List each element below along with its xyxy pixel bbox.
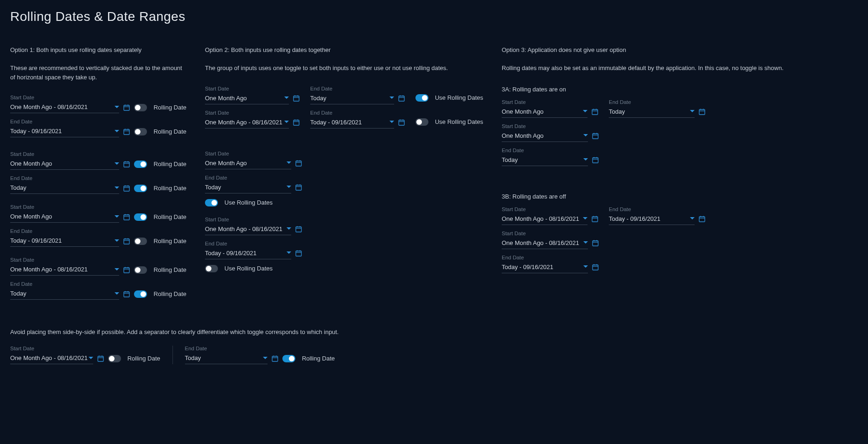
svg-rect-76 <box>593 158 598 163</box>
start-date-select[interactable]: One Month Ago - 08/16/2021 <box>205 117 289 129</box>
svg-rect-40 <box>294 120 299 125</box>
end-date-select[interactable]: Today - 09/16/2021 <box>10 126 119 137</box>
calendar-icon[interactable] <box>592 132 599 140</box>
rolling-date-toggle[interactable] <box>134 104 147 111</box>
calendar-icon[interactable] <box>592 156 599 164</box>
start-date-select[interactable]: One Month Ago <box>10 211 119 223</box>
end-date-value: Today <box>185 354 201 361</box>
start-date-value: One Month Ago - 08/16/2021 <box>10 266 88 273</box>
calendar-icon[interactable] <box>698 215 706 223</box>
calendar-icon[interactable] <box>97 355 104 362</box>
calendar-icon[interactable] <box>123 238 130 245</box>
chevron-down-icon <box>583 157 588 162</box>
end-date-label: End Date <box>10 119 186 124</box>
svg-rect-96 <box>98 356 103 361</box>
calendar-icon[interactable] <box>123 290 130 298</box>
chevron-down-icon <box>115 238 119 243</box>
calendar-icon[interactable] <box>398 119 405 126</box>
svg-rect-36 <box>399 96 404 101</box>
end-date-select[interactable]: Today - 09/16/2021 <box>609 213 695 225</box>
chevron-down-icon <box>287 226 291 231</box>
svg-rect-16 <box>124 215 129 220</box>
start-date-label: Start Date <box>10 346 160 351</box>
rolling-date-toggle[interactable] <box>134 128 147 135</box>
end-date-select[interactable]: Today - 09/16/2021 <box>10 235 119 247</box>
rolling-date-toggle[interactable] <box>134 266 147 274</box>
end-date-select[interactable]: Today <box>185 353 268 364</box>
end-date-select[interactable]: Today - 09/16/2021 <box>502 262 588 273</box>
start-date-select[interactable]: One Month Ago - 08/16/2021 <box>10 353 93 364</box>
start-date-label: Start Date <box>502 123 599 129</box>
calendar-icon[interactable] <box>592 264 599 271</box>
start-date-select[interactable]: One Month Ago <box>205 158 291 169</box>
start-date-select[interactable]: One Month Ago - 08/16/2021 <box>502 238 588 249</box>
calendar-icon[interactable] <box>698 108 706 116</box>
rolling-date-toggle[interactable] <box>108 355 121 362</box>
use-rolling-dates-toggle[interactable] <box>415 94 428 102</box>
rolling-date-toggle[interactable] <box>134 213 147 221</box>
rolling-date-toggle[interactable] <box>134 161 147 168</box>
end-date-label: End Date <box>205 175 302 180</box>
end-date-value: Today <box>10 290 26 297</box>
use-rolling-dates-toggle[interactable] <box>205 265 218 272</box>
use-rolling-dates-toggle[interactable] <box>205 199 218 206</box>
end-date-select[interactable]: Today - 09/16/2021 <box>310 117 394 129</box>
rolling-date-toggle[interactable] <box>134 290 147 298</box>
svg-rect-32 <box>294 96 299 101</box>
calendar-icon[interactable] <box>295 160 302 167</box>
use-rolling-dates-label: Use Rolling Dates <box>224 265 273 272</box>
start-date-select[interactable]: One Month Ago <box>502 130 588 142</box>
end-date-select[interactable]: Today <box>10 182 119 194</box>
calendar-icon[interactable] <box>295 225 302 233</box>
use-rolling-dates-toggle[interactable] <box>415 118 428 126</box>
calendar-icon[interactable] <box>123 266 130 274</box>
chevron-down-icon <box>115 161 119 166</box>
start-date-select[interactable]: One Month Ago <box>205 93 289 104</box>
start-date-select[interactable]: One Month Ago - 08/16/2021 <box>10 264 119 276</box>
calendar-icon[interactable] <box>591 108 599 116</box>
start-date-value: One Month Ago - 08/16/2021 <box>10 354 88 361</box>
rolling-date-toggle[interactable] <box>134 185 147 192</box>
end-date-select[interactable]: Today <box>310 93 394 104</box>
start-date-select[interactable]: One Month Ago - 08/16/2021 <box>502 213 587 225</box>
svg-rect-100 <box>272 356 278 361</box>
end-date-label: End Date <box>10 175 186 181</box>
calendar-icon[interactable] <box>295 184 302 191</box>
start-date-select[interactable]: One Month Ago <box>10 158 119 170</box>
calendar-icon[interactable] <box>123 128 130 135</box>
end-date-select[interactable]: Today <box>205 182 291 193</box>
svg-rect-64 <box>592 109 598 115</box>
rolling-date-toggle-label: Rolling Date <box>153 238 186 245</box>
option-3-column: Option 3: Application does not give user… <box>502 46 858 310</box>
start-date-select[interactable]: One Month Ago - 08/16/2021 <box>205 224 291 235</box>
calendar-icon[interactable] <box>293 119 300 126</box>
start-date-select[interactable]: One Month Ago <box>502 106 587 118</box>
chevron-down-icon <box>583 133 588 138</box>
chevron-down-icon <box>89 356 93 360</box>
option-1-description: These are recommended to vertically stac… <box>10 64 186 82</box>
calendar-icon[interactable] <box>592 239 599 247</box>
calendar-icon[interactable] <box>123 161 130 168</box>
end-date-select[interactable]: Today <box>10 288 119 300</box>
end-date-value: Today - 09/16/2021 <box>310 119 362 126</box>
calendar-icon[interactable] <box>123 185 130 192</box>
start-date-select[interactable]: One Month Ago - 08/16/2021 <box>10 102 119 113</box>
start-date-label: Start Date <box>502 206 599 212</box>
chevron-down-icon <box>690 109 695 114</box>
end-date-select[interactable]: Today <box>609 106 695 118</box>
end-date-label: End Date <box>310 86 405 91</box>
calendar-icon[interactable] <box>295 250 302 257</box>
end-date-select[interactable]: Today <box>502 154 588 166</box>
svg-rect-24 <box>124 268 129 273</box>
rolling-date-toggle-label: Rolling Date <box>153 266 186 273</box>
calendar-icon[interactable] <box>123 213 130 221</box>
calendar-icon[interactable] <box>293 95 300 102</box>
calendar-icon[interactable] <box>123 104 130 111</box>
rolling-date-toggle-label: Rolling Date <box>153 104 186 111</box>
end-date-select[interactable]: Today - 09/16/2021 <box>205 248 291 259</box>
calendar-icon[interactable] <box>591 215 599 223</box>
calendar-icon[interactable] <box>398 95 405 102</box>
rolling-date-toggle[interactable] <box>282 355 295 362</box>
rolling-date-toggle[interactable] <box>134 238 147 245</box>
calendar-icon[interactable] <box>271 355 279 362</box>
